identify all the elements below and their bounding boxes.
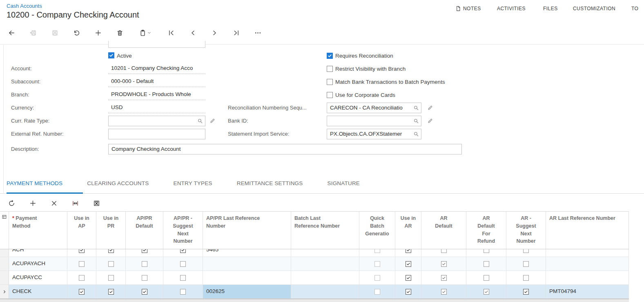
grid-checkbox-quick_batch[interactable] <box>374 249 380 253</box>
cell-ar_lastref[interactable] <box>546 271 629 284</box>
match-bank-transactions-to-batch-payments-checkbox[interactable] <box>327 79 333 85</box>
grid-checkbox-ar_default[interactable] <box>441 261 447 267</box>
add-row-button[interactable] <box>26 197 39 210</box>
cell-appr_default[interactable] <box>126 249 163 257</box>
save-and-close-button[interactable] <box>27 26 40 39</box>
tab-clearing-accounts[interactable]: CLEARING ACCOUNTS <box>87 180 149 186</box>
activities-button[interactable]: ACTIVITIES <box>497 6 526 11</box>
files-button[interactable]: FILES <box>543 6 558 11</box>
grid-checkbox-ar_suggest[interactable] <box>523 275 529 281</box>
grid-checkbox-appr_suggest[interactable] <box>180 289 186 295</box>
column-header-appr_lastref[interactable]: AP/PR Last ReferenceNumber <box>203 212 291 249</box>
copy-paste-button[interactable] <box>135 26 156 39</box>
edit-pencil-icon[interactable] <box>427 105 433 111</box>
cell-appr_lastref[interactable] <box>203 257 291 271</box>
undo-button[interactable] <box>70 26 83 39</box>
grid-checkbox-use_ar[interactable] <box>406 289 411 295</box>
grid-checkbox-ar_suggest[interactable] <box>523 249 529 253</box>
delete-button[interactable] <box>113 26 126 39</box>
grid-checkbox-appr_suggest[interactable] <box>180 275 186 281</box>
column-header-method[interactable]: * PaymentMethod <box>9 212 67 249</box>
grid-checkbox-ar_refund[interactable] <box>484 249 489 253</box>
grid-checkbox-use_ap[interactable] <box>79 275 85 281</box>
cell-quick_batch[interactable] <box>359 257 395 271</box>
restrict-visibility-with-branch-checkbox[interactable] <box>327 66 333 72</box>
column-header-ar_lastref[interactable]: AR Last Reference Number <box>546 212 629 249</box>
grid-row-check[interactable]: CHECK002625PMT04794 <box>0 285 629 299</box>
grid-checkbox-ar_default[interactable] <box>441 249 447 253</box>
column-header-appr_suggest[interactable]: AP/PR -SuggestNextNumber <box>163 212 203 249</box>
next-record-button[interactable] <box>208 26 221 39</box>
save-button[interactable] <box>48 26 61 39</box>
cell-ar_default[interactable] <box>421 249 466 257</box>
cell-use_ap[interactable] <box>67 249 96 257</box>
cell-ar_default[interactable] <box>421 257 466 271</box>
cell-appr_default[interactable] <box>126 271 163 284</box>
cell-ar_default[interactable] <box>421 285 466 298</box>
edit-pencil-icon[interactable] <box>427 118 433 124</box>
tab-entry-types[interactable]: ENTRY TYPES <box>173 180 212 186</box>
cell-method[interactable]: ACUPAYCC <box>9 271 67 284</box>
cell-appr_suggest[interactable] <box>163 271 203 284</box>
cell-batch_lastref[interactable] <box>291 285 359 298</box>
cell-appr_suggest[interactable] <box>163 285 203 298</box>
cell-use_ap[interactable] <box>67 257 96 271</box>
cell-quick_batch[interactable] <box>359 271 395 284</box>
grid-checkbox-use_pr[interactable] <box>108 249 114 253</box>
grid-checkbox-appr_default[interactable] <box>142 249 147 253</box>
lookup-search-icon[interactable] <box>413 118 419 124</box>
partially-scrolled-row[interactable]: ACH5465 <box>0 249 629 257</box>
grid-row-ach[interactable]: ACH5465 <box>0 249 629 257</box>
grid-checkbox-ar_refund[interactable] <box>484 275 489 281</box>
cell-ar_refund[interactable] <box>466 257 506 271</box>
cell-use_ar[interactable] <box>395 271 421 284</box>
cell-batch_lastref[interactable] <box>291 257 359 271</box>
first-record-button[interactable] <box>165 26 178 39</box>
grid-checkbox-use_pr[interactable] <box>108 261 114 267</box>
cell-use_ar[interactable] <box>395 257 421 271</box>
cell-ar_suggest[interactable] <box>506 285 546 298</box>
tab-signature[interactable]: SIGNATURE <box>328 180 360 186</box>
column-header-ar_refund[interactable]: ARDefaultForRefund <box>466 212 506 249</box>
grid-checkbox-ar_suggest[interactable] <box>523 289 529 295</box>
cell-appr_lastref[interactable]: 5465 <box>203 249 291 257</box>
cell-quick_batch[interactable] <box>359 249 395 257</box>
cell-use_pr[interactable] <box>96 271 126 284</box>
grid-checkbox-use_ap[interactable] <box>79 249 85 253</box>
column-header-ar_suggest[interactable]: AR -SuggestNextNumber <box>506 212 546 249</box>
grid-checkbox-use_ar[interactable] <box>406 275 411 281</box>
cell-appr_lastref[interactable]: 002625 <box>203 285 291 298</box>
cell-batch_lastref[interactable] <box>291 271 359 284</box>
cell-quick_batch[interactable] <box>359 285 395 298</box>
cell-use_ap[interactable] <box>67 285 96 298</box>
column-header-batch_lastref[interactable]: Batch LastReference Number <box>291 212 359 249</box>
cell-ar_refund[interactable] <box>466 271 506 284</box>
active-checkbox[interactable] <box>108 52 114 58</box>
edit-pencil-icon[interactable] <box>209 118 216 124</box>
grid-checkbox-quick_batch[interactable] <box>374 261 380 267</box>
cell-ar_default[interactable] <box>421 271 466 284</box>
cell-use_pr[interactable] <box>96 257 126 271</box>
grid-checkbox-use_ap[interactable] <box>79 261 85 267</box>
cell-use_pr[interactable] <box>96 285 126 298</box>
more-actions-button[interactable] <box>251 26 264 39</box>
cell-use_ar[interactable] <box>395 285 421 298</box>
currency-field[interactable]: USD <box>108 103 205 113</box>
grid-checkbox-appr_default[interactable] <box>142 289 147 295</box>
use-for-corporate-cards-checkbox[interactable] <box>327 92 333 98</box>
column-header-quick_batch[interactable]: QuickBatchGeneratio <box>359 212 395 249</box>
cell-appr_lastref[interactable] <box>203 271 291 284</box>
cell-use_pr[interactable] <box>96 249 126 257</box>
column-header-use_pr[interactable]: Use inPR <box>96 212 126 249</box>
column-header-appr_default[interactable]: AP/PRDefault <box>126 212 163 249</box>
cell-ar_suggest[interactable] <box>506 271 546 284</box>
last-record-button[interactable] <box>230 26 243 39</box>
back-button[interactable] <box>5 26 18 39</box>
grid-row-acupayach[interactable]: ACUPAYACH <box>0 257 629 271</box>
grid-checkbox-use_ar[interactable] <box>406 249 411 253</box>
cell-appr_default[interactable] <box>126 257 163 271</box>
cell-appr_suggest[interactable] <box>163 249 203 257</box>
recon-numbering-field[interactable]: CARECON - CA Reconciliatio <box>327 103 421 113</box>
description-field[interactable]: Company Checking Account <box>108 144 462 154</box>
tab-payment-methods[interactable]: PAYMENT METHODS <box>7 180 62 186</box>
